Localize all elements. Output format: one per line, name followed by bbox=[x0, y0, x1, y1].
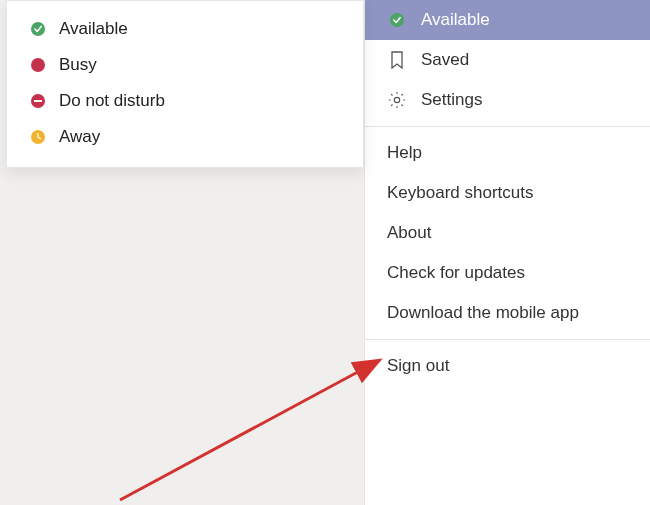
status-option-available[interactable]: Available bbox=[7, 11, 363, 47]
menu-label: Saved bbox=[421, 50, 469, 70]
status-option-busy[interactable]: Busy bbox=[7, 47, 363, 83]
dnd-icon bbox=[31, 94, 45, 108]
presence-status-menu: Available Busy Do not disturb Away bbox=[6, 0, 364, 168]
menu-label: Settings bbox=[421, 90, 482, 110]
status-option-label: Available bbox=[59, 19, 128, 39]
menu-divider bbox=[365, 339, 650, 340]
profile-menu: Available Saved Settings Help Keyboard s… bbox=[364, 0, 650, 505]
menu-about[interactable]: About bbox=[365, 213, 650, 253]
away-icon bbox=[31, 130, 45, 144]
menu-label: Download the mobile app bbox=[387, 303, 579, 323]
menu-label: Help bbox=[387, 143, 422, 163]
svg-point-1 bbox=[394, 97, 399, 102]
svg-line-2 bbox=[120, 360, 380, 500]
status-option-away[interactable]: Away bbox=[7, 119, 363, 155]
svg-rect-0 bbox=[34, 100, 42, 102]
status-option-label: Do not disturb bbox=[59, 91, 165, 111]
available-icon bbox=[387, 10, 407, 30]
menu-settings[interactable]: Settings bbox=[365, 80, 650, 120]
gear-icon bbox=[387, 90, 407, 110]
menu-label: Check for updates bbox=[387, 263, 525, 283]
menu-saved[interactable]: Saved bbox=[365, 40, 650, 80]
menu-status[interactable]: Available bbox=[365, 0, 650, 40]
menu-label: Available bbox=[421, 10, 490, 30]
menu-help[interactable]: Help bbox=[365, 133, 650, 173]
menu-label: Sign out bbox=[387, 356, 449, 376]
bookmark-icon bbox=[387, 50, 407, 70]
menu-sign-out[interactable]: Sign out bbox=[365, 346, 650, 386]
status-option-label: Away bbox=[59, 127, 100, 147]
menu-label: Keyboard shortcuts bbox=[387, 183, 533, 203]
busy-icon bbox=[31, 58, 45, 72]
status-option-label: Busy bbox=[59, 55, 97, 75]
menu-check-updates[interactable]: Check for updates bbox=[365, 253, 650, 293]
status-option-dnd[interactable]: Do not disturb bbox=[7, 83, 363, 119]
available-icon bbox=[31, 22, 45, 36]
menu-keyboard-shortcuts[interactable]: Keyboard shortcuts bbox=[365, 173, 650, 213]
menu-divider bbox=[365, 126, 650, 127]
menu-download-mobile[interactable]: Download the mobile app bbox=[365, 293, 650, 333]
menu-label: About bbox=[387, 223, 431, 243]
